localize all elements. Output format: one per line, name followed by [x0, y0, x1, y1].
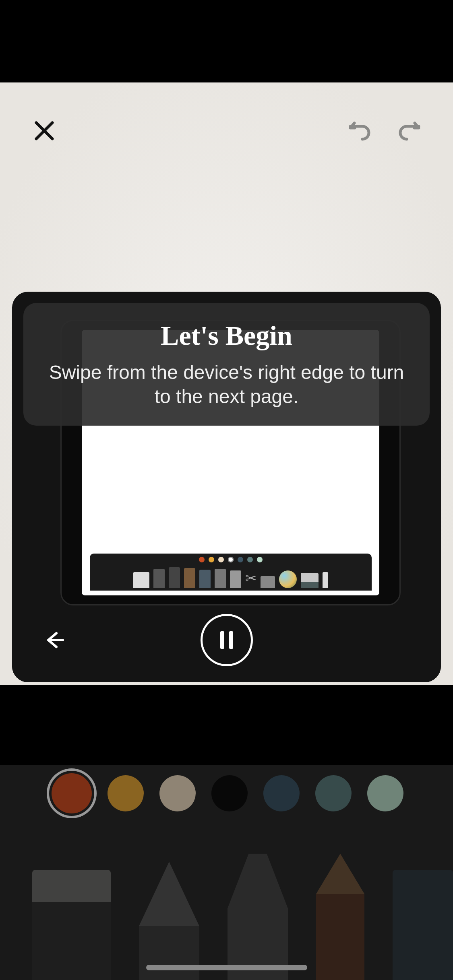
marker-tool[interactable] — [393, 870, 453, 980]
undo-redo-group — [348, 119, 421, 143]
mini-tool — [184, 568, 195, 588]
close-icon — [34, 120, 55, 141]
tutorial-body: Swipe from the device's right edge to tu… — [39, 360, 414, 409]
redo-icon — [397, 121, 420, 141]
mini-color-dot — [218, 557, 224, 562]
color-swatch-black[interactable] — [211, 775, 248, 811]
mini-color-wheel-icon — [279, 570, 297, 588]
mini-color-dot — [247, 557, 253, 562]
top-bar — [0, 111, 453, 151]
mini-tool — [230, 570, 241, 588]
mini-toolbar: ✂ — [90, 554, 372, 591]
mini-color-dot — [209, 557, 214, 562]
tools-row — [0, 838, 453, 980]
mini-tool — [323, 572, 328, 588]
eraser-tool[interactable] — [32, 870, 111, 980]
color-swatch-navy[interactable] — [263, 775, 300, 811]
color-swatch-orange[interactable] — [52, 773, 92, 813]
mini-tool — [169, 567, 180, 588]
color-palette — [52, 773, 403, 813]
svg-rect-3 — [229, 631, 233, 649]
mini-tool — [199, 570, 211, 588]
pen-tool[interactable] — [139, 862, 199, 980]
mini-tools-row: ✂ — [133, 565, 328, 588]
mini-tool — [133, 572, 149, 588]
tutorial-title: Let's Begin — [161, 320, 292, 352]
fountain-pen-tool[interactable] — [228, 854, 288, 980]
color-swatch-mint[interactable] — [367, 775, 403, 811]
mini-color-dot — [199, 557, 205, 562]
close-button[interactable] — [32, 119, 56, 143]
color-swatch-yellow[interactable] — [108, 775, 144, 811]
mini-tool — [215, 569, 226, 588]
undo-button[interactable] — [348, 119, 372, 143]
svg-rect-2 — [220, 631, 224, 649]
tutorial-card: ✂ Let's Begin Swipe from the device's ri… — [12, 292, 441, 682]
color-swatch-cream[interactable] — [159, 775, 196, 811]
mini-color-dot — [228, 557, 234, 562]
pause-icon — [218, 630, 236, 651]
canvas-area[interactable]: ✂ Let's Begin Swipe from the device's ri… — [0, 82, 453, 685]
mini-tool — [261, 576, 275, 588]
mini-color-dot — [257, 557, 263, 562]
playback-controls — [12, 598, 441, 682]
mini-color-dot — [238, 557, 243, 562]
redo-button[interactable] — [397, 119, 421, 143]
arrow-left-icon — [44, 630, 64, 650]
instruction-box: Let's Begin Swipe from the device's righ… — [23, 303, 430, 426]
mini-scissors-icon: ✂ — [245, 568, 256, 588]
pause-button[interactable] — [201, 614, 253, 666]
mini-color-row — [199, 557, 263, 562]
undo-icon — [349, 121, 372, 141]
color-swatch-teal[interactable] — [315, 775, 352, 811]
mini-image-icon — [301, 573, 319, 588]
mini-tool — [153, 569, 165, 588]
bottom-toolbar — [0, 765, 453, 980]
home-indicator[interactable] — [146, 965, 307, 970]
pencil-tool[interactable] — [316, 854, 364, 980]
previous-step-button[interactable] — [44, 630, 64, 650]
